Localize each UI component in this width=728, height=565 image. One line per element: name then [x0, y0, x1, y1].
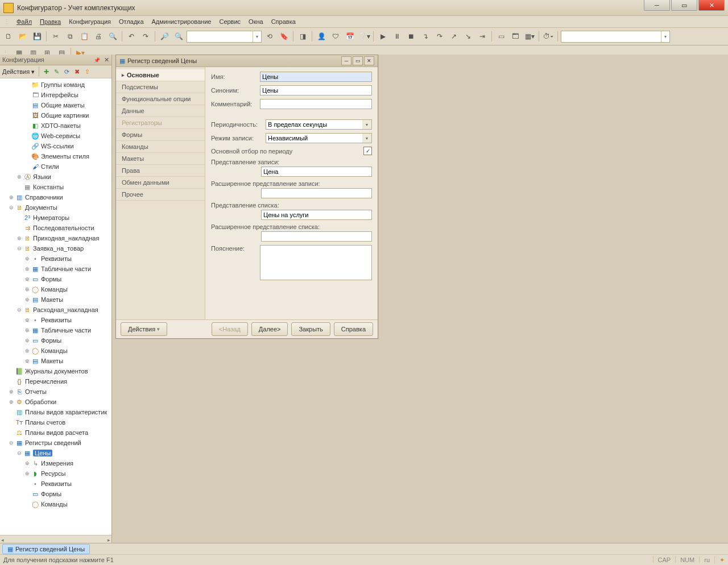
menu-service[interactable]: Сервис [216, 17, 244, 26]
tree-item[interactable]: ⊖▦Регистры сведений [0, 438, 111, 448]
dialog-tab[interactable]: Прочее [116, 189, 205, 201]
mode-select[interactable]: ▾ [266, 133, 372, 143]
tree-toggle-icon[interactable]: ⊕ [8, 399, 15, 405]
tree-item[interactable]: ⊕▦Табличные части [0, 264, 111, 274]
tree-toggle-icon[interactable]: ⊕ [24, 256, 31, 261]
dialog-maximize-icon[interactable]: ▭ [353, 56, 363, 65]
clock-icon[interactable]: ⏱▾ [542, 30, 555, 43]
tree-item[interactable]: ⊕•Реквизиты [0, 254, 111, 264]
cut-icon[interactable]: ✂ [49, 30, 62, 43]
name-input[interactable] [260, 72, 372, 82]
explain-textarea[interactable] [260, 245, 372, 280]
menu-debug[interactable]: Отладка [115, 17, 147, 26]
tree-toggle-icon[interactable]: ⊕ [8, 194, 15, 200]
tree-item[interactable]: ⊕▦Табличные части [0, 325, 111, 335]
tree-item[interactable]: ⊕▥Справочники [0, 192, 111, 202]
tree-toggle-icon[interactable]: ⊕ [24, 266, 31, 272]
tree-item[interactable]: ⊕◯Команды [0, 346, 111, 356]
tree-item[interactable]: ⊕⚙Обработки [0, 397, 111, 407]
zoom-icon[interactable]: 🔍 [172, 30, 185, 43]
actions-dropdown[interactable]: Действия ▾ [2, 68, 35, 76]
dialog-tab[interactable]: Обмен данными [116, 177, 205, 189]
roles-icon[interactable]: 🛡 [329, 30, 342, 43]
tree-item[interactable]: ⊕•Реквизиты [0, 315, 111, 325]
user-icon[interactable]: 👤 [315, 30, 328, 43]
tree-item[interactable]: 🖼Общие картинки [0, 110, 111, 121]
tree-toggle-icon[interactable]: ⊕ [16, 174, 23, 180]
new-icon[interactable]: 🗋 [2, 30, 15, 43]
tree-item[interactable]: ⊕▭Формы [0, 274, 111, 284]
tree-item[interactable]: ⊖🗎Документы [0, 202, 111, 213]
tree-toggle-icon[interactable]: ⊕ [24, 358, 31, 364]
tree-item[interactable]: ⊕↳Измерения [0, 458, 111, 468]
tree-item[interactable]: 🖌Стили [0, 161, 111, 172]
tree-item[interactable]: ⊕▭Формы [0, 335, 111, 346]
checkout-icon[interactable]: ⇥ [476, 30, 489, 43]
next-button[interactable]: Далее> [251, 322, 288, 336]
close-button[interactable]: ✕ [698, 0, 725, 11]
tree-item[interactable]: {}Перечисления [0, 376, 111, 387]
debug-in-icon[interactable]: ↘ [462, 30, 474, 43]
object-combo[interactable]: ▾ [561, 31, 670, 43]
paste-icon[interactable]: 📋 [78, 30, 90, 43]
synonym-input[interactable] [260, 85, 372, 95]
tree-item[interactable]: ⇉Последовательности [0, 223, 111, 233]
tree-item[interactable]: ⊖🗎Расходная_накладная [0, 305, 111, 315]
dialog-close-icon[interactable]: ✕ [364, 56, 374, 65]
menu-file[interactable]: Файл [13, 17, 35, 26]
record-repr-input[interactable] [261, 167, 372, 177]
dialog-tab[interactable]: Макеты [116, 153, 205, 165]
help-icon[interactable]: ❔▾ [358, 30, 370, 43]
help-button[interactable]: Справка [334, 322, 373, 336]
tree-toggle-icon[interactable]: ⊕ [24, 297, 31, 302]
open-icon[interactable]: 📂 [16, 30, 29, 43]
minimize-button[interactable]: ─ [644, 0, 670, 11]
tree-item[interactable]: ⚖Планы видов расчета [0, 427, 111, 438]
tree-item[interactable]: ▦Константы [0, 182, 111, 192]
chevron-down-icon[interactable]: ▾ [362, 133, 372, 143]
tree-toggle-icon[interactable]: ⊖ [8, 440, 15, 446]
up-icon[interactable]: ⇧ [82, 67, 92, 76]
panel-close-icon[interactable]: ✕ [104, 56, 109, 63]
list-repr-ext-input[interactable] [261, 231, 372, 242]
tree-toggle-icon[interactable]: ⊖ [16, 246, 23, 251]
maximize-button[interactable]: ▭ [671, 0, 697, 11]
tree-toggle-icon[interactable]: ⊕ [8, 389, 15, 394]
tree-item[interactable]: ◧XDTO-пакеты [0, 121, 111, 131]
tree-item[interactable]: ▥Планы видов характеристик [0, 407, 111, 417]
tree-item[interactable]: ▭Формы [0, 489, 111, 499]
tree-item[interactable]: 🔗WS-ссылки [0, 141, 111, 151]
add-icon[interactable]: ✚ [42, 67, 51, 76]
tree-toggle-icon[interactable]: ⊕ [24, 327, 31, 333]
tree-item[interactable]: 2³Нумераторы [0, 213, 111, 223]
debug-step-icon[interactable]: ↴ [419, 30, 432, 43]
preview-icon[interactable]: 🔍 [106, 30, 119, 43]
dialog-tab[interactable]: Права [116, 165, 205, 177]
delete-icon[interactable]: ✖ [72, 67, 81, 76]
tree-toggle-icon[interactable]: ⊕ [24, 471, 31, 476]
tree-item[interactable]: 🗔Интерфейсы [0, 90, 111, 100]
find-icon[interactable]: 🔎 [158, 30, 171, 43]
menu-windows[interactable]: Окна [245, 17, 267, 26]
tree-item[interactable]: ◯Команды [0, 499, 111, 509]
menu-config[interactable]: Конфигурация [65, 17, 114, 26]
form-icon[interactable]: 🗔 [509, 30, 522, 43]
tree-toggle-icon[interactable]: ⊕ [24, 286, 31, 292]
debug-pause-icon[interactable]: ⏸ [391, 30, 403, 43]
debug-out-icon[interactable]: ↗ [448, 30, 460, 43]
tree-item[interactable]: 📁Группы команд [0, 80, 111, 90]
mainfilter-checkbox[interactable]: ✓ [363, 147, 372, 155]
dialog-minimize-icon[interactable]: ─ [341, 56, 351, 65]
comment-input[interactable] [260, 99, 372, 109]
tree-item[interactable]: TᴛПланы счетов [0, 417, 111, 427]
tree-toggle-icon[interactable]: ⊕ [24, 338, 31, 343]
chevron-down-icon[interactable]: ▾ [362, 119, 372, 130]
tile-icon[interactable]: ▦▾ [523, 30, 536, 43]
list-repr-input[interactable] [261, 210, 372, 220]
tree-item[interactable]: ⊖🗎Заявка_на_товар [0, 243, 111, 254]
tree-toggle-icon[interactable]: ⊕ [24, 348, 31, 354]
print-icon[interactable]: 🖨 [92, 30, 105, 43]
tree-toggle-icon[interactable]: ⊖ [16, 450, 23, 456]
tree-item[interactable]: 🌐Web-сервисы [0, 131, 111, 141]
back-button[interactable]: <Назад [212, 322, 248, 336]
